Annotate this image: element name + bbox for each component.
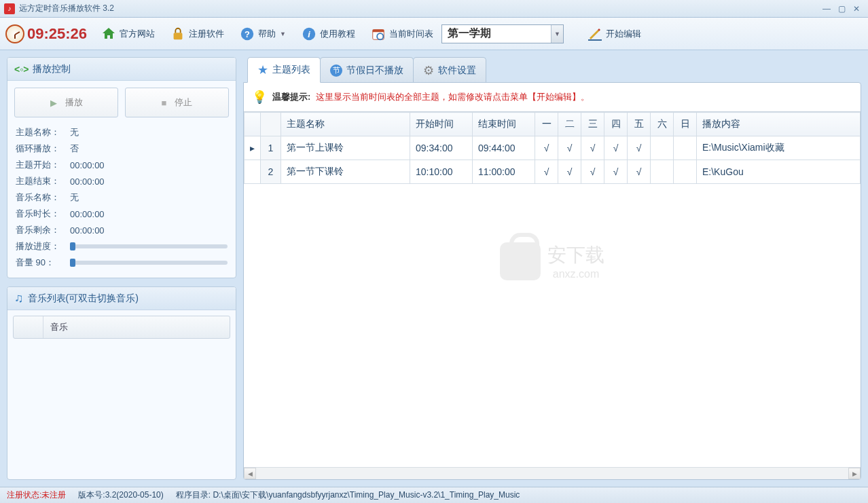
holiday-icon: 节 — [330, 64, 342, 77]
music-rem-label: 音乐剩余： — [16, 224, 65, 236]
music-name-value: 无 — [70, 191, 79, 204]
app-icon: ♪ — [4, 3, 15, 14]
schedule-select[interactable]: 第一学期 ▼ — [441, 24, 564, 43]
playback-panel-header: <◦> 播放控制 — [7, 58, 236, 81]
svg-rect-0 — [174, 33, 183, 39]
volume-slider[interactable] — [70, 261, 228, 265]
theme-end-label: 主题结束： — [16, 175, 65, 187]
watermark: 安下载 anxz.com — [500, 242, 604, 280]
theme-start-value: 00:00:00 — [70, 160, 105, 170]
hint-bar: 💡 温馨提示: 这里显示当前时间表的全部主题，如需修改请点击菜单【开始编辑】。 — [244, 83, 861, 111]
edit-button[interactable]: 开始编辑 — [580, 23, 648, 45]
loop-label: 循环播放： — [16, 143, 65, 155]
music-icon: ♫ — [14, 291, 24, 305]
stop-button[interactable]: ■ 停止 — [125, 88, 229, 117]
content: <◦> 播放控制 ▶ 播放 ■ 停止 主题名称：无 循环播放：否 主题开始：00… — [0, 50, 868, 487]
horizontal-scrollbar[interactable]: ◀ ▶ — [244, 467, 861, 479]
col-content[interactable]: 播放内容 — [697, 113, 861, 136]
help-icon: ? — [239, 26, 255, 42]
playback-panel: <◦> 播放控制 ▶ 播放 ■ 停止 主题名称：无 循环播放：否 主题开始：00… — [7, 57, 236, 278]
music-col-name: 音乐 — [43, 321, 68, 333]
music-list-panel: ♫ 音乐列表(可双击切换音乐) 音乐 — [7, 286, 236, 480]
titlebar: ♪ 远方定时音乐播放软件 3.2 — ▢ ✕ — [0, 0, 868, 18]
hint-body: 这里显示当前时间表的全部主题，如需修改请点击菜单【开始编辑】。 — [316, 91, 590, 103]
pencil-icon — [587, 26, 603, 42]
music-col-spacer — [14, 316, 43, 338]
bag-icon — [500, 242, 541, 280]
tab-strip: ★ 主题列表 节 节假日不播放 ⚙ 软件设置 — [243, 57, 861, 83]
play-button[interactable]: ▶ 播放 — [14, 88, 118, 117]
star-icon: ★ — [257, 62, 268, 77]
lock-icon — [170, 26, 186, 42]
scroll-left-icon[interactable]: ◀ — [244, 468, 256, 479]
col-end[interactable]: 结束时间 — [473, 113, 535, 136]
music-name-label: 音乐名称： — [16, 191, 65, 204]
status-bar: 注册状态:未注册 版本号:3.2(2020-05-10) 程序目录: D:\桌面… — [0, 487, 868, 503]
volume-label: 音量 90： — [16, 257, 65, 269]
maximize-button[interactable]: ▢ — [834, 3, 849, 15]
hint-prefix: 温馨提示: — [272, 91, 310, 103]
music-list-header: ♫ 音乐列表(可双击切换音乐) — [7, 287, 236, 310]
window-title: 远方定时音乐播放软件 3.2 — [19, 3, 819, 14]
table-row[interactable]: 2第一节下课铃10:10:0011:00:00√√√√√E:\KuGou — [245, 160, 861, 184]
grid-header-row: 主题名称 开始时间 结束时间 一 二 三 四 五 六 日 播放内容 — [245, 113, 861, 136]
col-d4[interactable]: 四 — [604, 113, 628, 136]
tab-settings[interactable]: ⚙ 软件设置 — [413, 57, 486, 83]
home-icon — [101, 26, 117, 42]
toolbar: 09:25:26 官方网站 注册软件 ? 帮助 ▼ i 使用教程 当前时间表 第… — [0, 18, 868, 50]
clock-icon — [5, 24, 24, 43]
progress-slider[interactable] — [70, 244, 228, 248]
left-column: <◦> 播放控制 ▶ 播放 ■ 停止 主题名称：无 循环播放：否 主题开始：00… — [7, 57, 236, 480]
chevron-down-icon: ▼ — [280, 31, 286, 37]
table-row[interactable]: ▸1第一节上课铃09:34:0009:44:00√√√√√E:\Music\Xi… — [245, 136, 861, 160]
svg-rect-6 — [373, 29, 384, 32]
status-register: 注册状态:未注册 — [7, 489, 66, 501]
help-button[interactable]: ? 帮助 ▼ — [232, 23, 293, 45]
svg-rect-8 — [588, 39, 602, 41]
schedule-value: 第一学期 — [442, 26, 551, 41]
tutorial-button[interactable]: i 使用教程 — [294, 23, 362, 45]
tab-body: 💡 温馨提示: 这里显示当前时间表的全部主题，如需修改请点击菜单【开始编辑】。 … — [243, 82, 861, 480]
svg-text:?: ? — [245, 29, 250, 39]
status-version: 版本号:3.2(2020-05-10) — [78, 489, 163, 501]
col-d6[interactable]: 六 — [651, 113, 674, 136]
website-button[interactable]: 官方网站 — [94, 23, 162, 45]
progress-label: 播放进度： — [16, 240, 65, 253]
right-column: ★ 主题列表 节 节假日不播放 ⚙ 软件设置 💡 温馨提示: 这里显示当前时间表… — [243, 57, 861, 480]
loop-value: 否 — [70, 143, 79, 155]
theme-end-value: 00:00:00 — [70, 176, 105, 187]
info-icon: i — [301, 26, 317, 42]
clock-time: 09:25:26 — [27, 25, 87, 43]
music-len-label: 音乐时长： — [16, 208, 65, 220]
close-button[interactable]: ✕ — [849, 3, 864, 15]
play-icon: ▶ — [50, 98, 57, 108]
theme-start-label: 主题开始： — [16, 159, 65, 171]
theme-name-label: 主题名称： — [16, 126, 65, 138]
theme-name-value: 无 — [70, 126, 79, 138]
col-d5[interactable]: 五 — [628, 113, 651, 136]
music-list-columns: 音乐 — [13, 316, 230, 339]
minimize-button[interactable]: — — [819, 3, 834, 15]
col-d7[interactable]: 日 — [674, 113, 697, 136]
bulb-icon: 💡 — [252, 90, 267, 105]
clock: 09:25:26 — [5, 24, 87, 43]
col-d3[interactable]: 三 — [581, 113, 604, 136]
gear-icon: ⚙ — [423, 63, 434, 78]
tab-themes[interactable]: ★ 主题列表 — [247, 57, 321, 83]
chevron-down-icon[interactable]: ▼ — [551, 25, 563, 43]
scroll-right-icon[interactable]: ▶ — [848, 468, 861, 479]
status-dir: 程序目录: D:\桌面\安下载\yuanfangdsbfyyrjanxz\Tim… — [176, 489, 520, 501]
schedule-label-group: 当前时间表 — [363, 23, 440, 45]
calendar-icon — [370, 26, 386, 42]
col-name[interactable]: 主题名称 — [281, 113, 410, 136]
col-d2[interactable]: 二 — [558, 113, 581, 136]
col-d1[interactable]: 一 — [535, 113, 558, 136]
music-rem-value: 00:00:00 — [70, 225, 105, 236]
col-start[interactable]: 开始时间 — [410, 113, 473, 136]
tab-holidays[interactable]: 节 节假日不播放 — [320, 57, 414, 83]
music-len-value: 00:00:00 — [70, 209, 105, 219]
register-button[interactable]: 注册软件 — [163, 23, 231, 45]
playback-icon: <◦> — [14, 64, 29, 75]
svg-text:i: i — [308, 29, 310, 39]
theme-grid[interactable]: 主题名称 开始时间 结束时间 一 二 三 四 五 六 日 播放内容 — [244, 111, 861, 467]
